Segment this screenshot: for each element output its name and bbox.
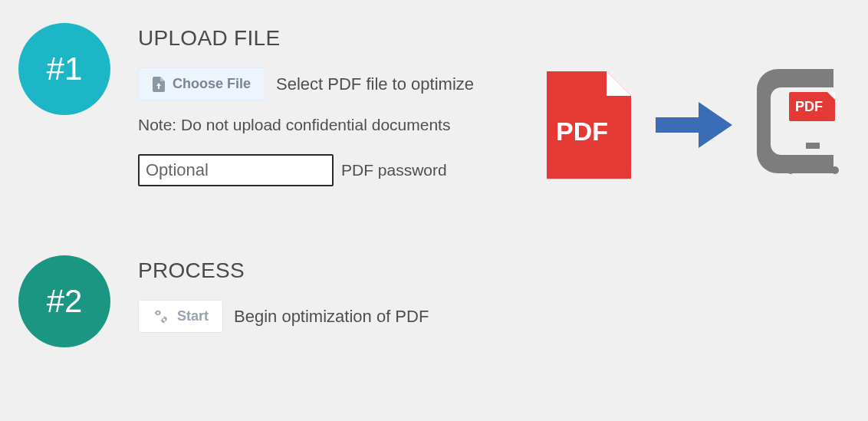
- start-button[interactable]: Start: [138, 300, 223, 333]
- step-badge-1: #1: [18, 23, 110, 115]
- start-row: Start Begin optimization of PDF: [138, 300, 429, 333]
- arrow-right-icon: [656, 97, 732, 156]
- step1-content: UPLOAD FILE Choose File Select PDF file …: [138, 23, 474, 186]
- process-heading: PROCESS: [138, 258, 429, 283]
- start-hint: Begin optimization of PDF: [234, 307, 429, 327]
- upload-heading: UPLOAD FILE: [138, 26, 474, 51]
- svg-point-6: [831, 166, 839, 174]
- confidential-note: Note: Do not upload confidential documen…: [138, 116, 474, 134]
- choose-file-hint: Select PDF file to optimize: [276, 74, 474, 94]
- file-upload-icon: [153, 77, 165, 92]
- svg-rect-4: [791, 167, 835, 173]
- pdf-password-input[interactable]: [138, 154, 334, 186]
- svg-point-5: [787, 166, 794, 174]
- choose-row: Choose File Select PDF file to optimize: [138, 67, 474, 100]
- svg-rect-7: [806, 143, 820, 149]
- svg-point-9: [163, 318, 165, 321]
- pdf-file-icon: PDF: [547, 71, 631, 182]
- illustration: PDF PDF: [547, 69, 845, 183]
- step2-content: PROCESS Start: [138, 255, 429, 348]
- svg-point-8: [156, 311, 159, 314]
- choose-file-label: Choose File: [173, 76, 251, 92]
- svg-text:PDF: PDF: [556, 117, 608, 146]
- choose-file-button[interactable]: Choose File: [138, 67, 265, 100]
- step-process: #2 PROCESS Start: [0, 209, 868, 371]
- cogs-icon: [153, 310, 169, 324]
- password-row: PDF password: [138, 154, 474, 186]
- pdf-password-label: PDF password: [341, 161, 447, 179]
- start-label: Start: [177, 308, 209, 324]
- step-badge-2: #2: [18, 255, 110, 347]
- clamp-icon: PDF: [757, 69, 845, 183]
- step-row-2: #2 PROCESS Start: [18, 255, 850, 348]
- svg-text:PDF: PDF: [795, 99, 823, 114]
- step-upload: #1 UPLOAD FILE Choose File Select PDF fi…: [0, 0, 868, 209]
